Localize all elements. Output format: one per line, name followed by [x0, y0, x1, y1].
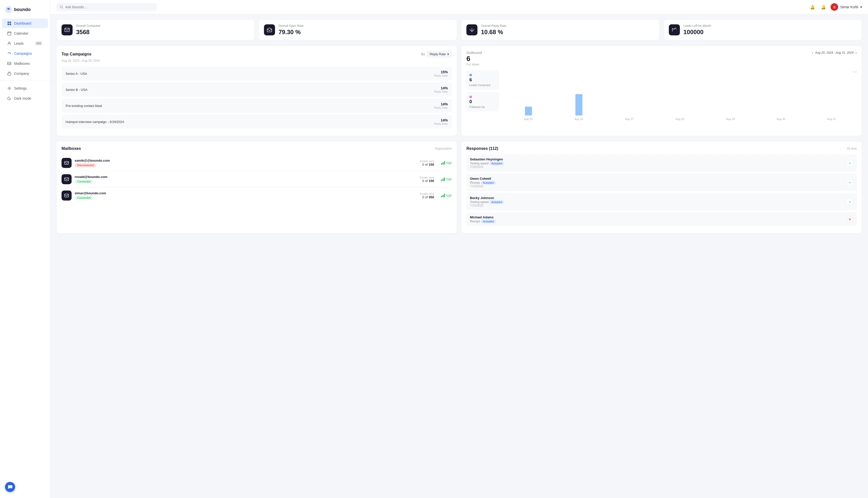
stat-value: 3568: [76, 29, 100, 36]
company-icon: [7, 71, 12, 76]
sent-label: Emails sent: [420, 160, 434, 163]
sidebar-item-company[interactable]: Company: [2, 69, 48, 78]
stat-content: Leads Left for Month 100000: [683, 24, 711, 36]
bar-day-label: Aug 25: [524, 117, 533, 120]
sidebar-item-campaigns[interactable]: Campaigns: [2, 49, 48, 58]
signal-bars: [441, 178, 445, 181]
bar-col: Aug 28: [656, 116, 704, 120]
campaign-item: Series A - USA 15% Reply Rate: [62, 66, 452, 81]
content: Overall Contacted 3568 Overall Open Rate…: [50, 14, 868, 498]
response-info: Becky Johnson Testing speed Autopilot 7/…: [470, 196, 504, 207]
legend-label: Leads Contacted: [469, 83, 490, 87]
signal-strength: high: [441, 178, 452, 181]
by-label: By: [421, 52, 425, 56]
stat-card-contacted: Overall Contacted 3568: [56, 19, 255, 40]
search-input[interactable]: [65, 5, 116, 9]
chat-button[interactable]: [5, 482, 15, 492]
campaign-stat: 14% Reply Rate: [434, 86, 448, 93]
mailbox-avatar: [62, 158, 72, 168]
signal-bar-2: [442, 179, 443, 181]
chart-container: 4.0 Aug 25Aug 26Aug 27Aug 28Aug 29Aug 30…: [503, 70, 857, 120]
signal-label: high: [446, 178, 452, 181]
campaign-name: Hubspot interview campaign - 3/29/2024: [66, 120, 124, 124]
campaign-stat: 15% Reply Rate: [434, 70, 448, 77]
date-nav: ‹ Aug 25, 2024 - Aug 31, 2024 ›: [812, 51, 857, 55]
card-title: Top Campaigns: [62, 52, 91, 56]
mailboxes-icon: [7, 61, 12, 66]
sent-value: 0 of 150: [420, 179, 434, 183]
add-response-btn[interactable]: +: [847, 198, 853, 205]
svg-rect-5: [8, 32, 11, 35]
status-badge: Connected: [75, 196, 93, 200]
stat-content: Overall Contacted 3568: [76, 24, 100, 36]
bottom-row: Mailboxes Organization samik@@boundo.com…: [56, 141, 862, 233]
user-info[interactable]: S Simar Kohli ▾: [831, 3, 862, 11]
darkmode-icon: [7, 96, 12, 101]
stat-value: 100000: [683, 29, 711, 36]
sort-select[interactable]: Reply Rate ▾: [427, 51, 452, 57]
stats-row: Overall Contacted 3568 Overall Open Rate…: [56, 19, 862, 40]
campaign-item: Pre-existing contact blast 14% Reply Rat…: [62, 99, 452, 113]
leads-left-icon: [669, 24, 680, 35]
svg-point-13: [9, 88, 10, 89]
stat-content: Overall Open Rate 79.30 %: [278, 24, 303, 36]
stat-value: 10.68 %: [481, 29, 506, 36]
response-sub: Revops Autopilot: [470, 220, 496, 223]
stat-label: Overall Reply Rate: [481, 24, 506, 28]
campaign-label: Reply Rate: [434, 74, 448, 77]
responses-title: Responses: [466, 146, 488, 151]
responses-header: Responses (112) All time: [466, 146, 857, 151]
response-name: Becky Johnson: [470, 196, 504, 200]
sidebar-item-calendar[interactable]: Calendar: [2, 29, 48, 38]
all-time-label: All time: [847, 147, 857, 150]
svg-rect-4: [10, 24, 11, 25]
bell-icon[interactable]: 🔔: [819, 3, 828, 11]
response-info: Michael Adams Revops Autopilot: [470, 215, 496, 223]
bar-day-label: Aug 31: [827, 117, 836, 120]
middle-row: Top Campaigns By Reply Rate ▾ Aug 28, 20…: [56, 45, 862, 136]
sent-value: 0 of 150: [420, 163, 434, 167]
stat-label: Leads Left for Month: [683, 24, 711, 28]
org-label: Organization: [435, 147, 452, 150]
outbound-card: Outbound 6 For Week ‹ Aug 25, 2024 - Aug…: [461, 45, 862, 136]
sidebar-item-label: Mailboxes: [14, 62, 30, 66]
mailbox-avatar: [62, 191, 72, 200]
add-response-btn[interactable]: +: [847, 160, 853, 167]
autopilot-tag: Autopilot: [489, 162, 504, 165]
header-actions: 🔔 🔔 S Simar Kohli ▾: [808, 3, 862, 11]
mailbox-emails-sent: Emails sent 0 of 350: [420, 192, 434, 199]
sidebar-item-label: Calendar: [14, 31, 28, 35]
response-info: Sebastien Heyningen Testing speed Autopi…: [470, 157, 504, 169]
sort-label: Reply Rate: [430, 52, 446, 56]
response-name: Sebastien Heyningen: [470, 157, 504, 161]
mailbox-info: samik@@boundo.com Disconnected: [75, 159, 417, 167]
search-bar[interactable]: [56, 3, 157, 11]
next-date-btn[interactable]: ›: [855, 51, 857, 55]
campaign-stat: 14% Reply Rate: [434, 118, 448, 125]
response-info: Owen Colwell Revops Autopilot 7/23/2024: [470, 177, 496, 188]
outbound-header: Outbound 6 For Week ‹ Aug 25, 2024 - Aug…: [466, 51, 857, 69]
sidebar-item-darkmode[interactable]: Dark mode: [2, 94, 48, 103]
leads-badge: 583: [35, 41, 43, 46]
legend-label: Followed Up: [469, 105, 485, 108]
response-item: Becky Johnson Testing speed Autopilot 7/…: [466, 193, 857, 210]
signal-bar-1: [441, 163, 442, 165]
card-header: Top Campaigns By Reply Rate ▾: [62, 51, 452, 57]
notifications-icon[interactable]: 🔔: [808, 3, 817, 11]
sidebar-item-leads[interactable]: Leads 583: [2, 39, 48, 48]
sidebar-item-mailboxes[interactable]: Mailboxes: [2, 59, 48, 68]
stat-card-leads-left: Leads Left for Month 100000: [663, 19, 862, 40]
prev-date-btn[interactable]: ‹: [812, 51, 813, 55]
sidebar-item-dashboard[interactable]: Dashboard: [2, 18, 48, 28]
signal-bar-1: [441, 180, 442, 181]
response-item: Sebastien Heyningen Testing speed Autopi…: [466, 154, 857, 172]
remove-response-btn[interactable]: ✕: [847, 216, 853, 223]
add-response-btn[interactable]: +: [847, 179, 853, 186]
campaign-name: Series A - USA: [66, 72, 87, 76]
mailbox-header: Mailboxes Organization: [62, 146, 452, 151]
sidebar-item-label: Company: [14, 71, 29, 76]
settings-icon: [7, 86, 12, 91]
legend-dot: [469, 74, 472, 76]
response-name: Owen Colwell: [470, 177, 496, 181]
sidebar-item-settings[interactable]: Settings: [2, 83, 48, 93]
